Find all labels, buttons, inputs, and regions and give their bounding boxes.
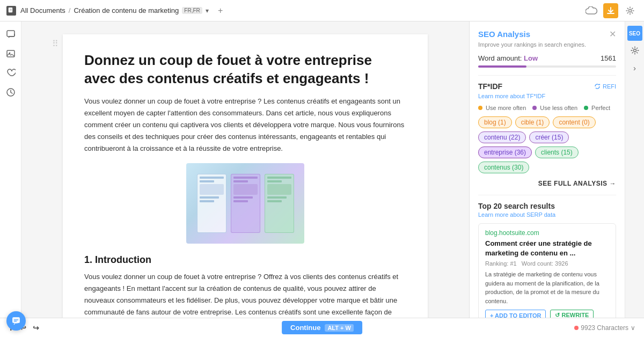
right-sidebar: SEO ›: [625, 21, 644, 318]
continue-button[interactable]: Continue ALT + W: [282, 321, 362, 334]
char-dot: [574, 326, 579, 330]
add-tab-button[interactable]: +: [215, 5, 226, 16]
document-content: ⠿ Donnez un coup de fouet à votre entrep…: [63, 34, 428, 318]
seo-header: SEO Analysis ✕: [478, 29, 616, 39]
char-count: 9923 Characters ∨: [574, 324, 635, 332]
serp-meta-1: Ranking: #1 Word count: 3926: [485, 260, 609, 267]
redo-button[interactable]: ↪: [33, 324, 39, 332]
wireframe-card-1: [197, 174, 226, 233]
top20-learn-link[interactable]: Learn more about SERP data: [478, 211, 616, 218]
tfidf-legend: Use more often Use less often Perfect: [478, 105, 616, 111]
legend-dot-purple: [532, 106, 537, 110]
legend-dot-orange: [478, 106, 482, 110]
breadcrumb: All Documents / Création de contenu de m…: [20, 6, 209, 14]
word-progress-fill: [478, 65, 526, 68]
sidebar-heart-icon[interactable]: [2, 64, 19, 82]
drag-handle-icon[interactable]: ⠿: [52, 39, 58, 49]
add-to-editor-button[interactable]: + ADD TO EDITOR: [485, 310, 546, 318]
serp-url-1: blog.hootsuite.com: [485, 229, 609, 237]
tfidf-learn-link[interactable]: Learn more about TF*IDF: [478, 93, 616, 99]
word-progress-bar: [478, 65, 616, 68]
svg-point-3: [629, 9, 632, 12]
serp-result-1: blog.hootsuite.com Comment créer une str…: [478, 223, 616, 318]
legend-dot-green: [584, 106, 588, 110]
refresh-button[interactable]: REFI: [594, 83, 616, 90]
see-full-arrow: →: [610, 180, 617, 187]
topbar-actions: [584, 3, 638, 18]
tag-entreprise[interactable]: entreprise (36): [478, 146, 532, 158]
chevron-down-icon[interactable]: ▾: [206, 7, 209, 14]
tag-contenu[interactable]: contenu (22): [478, 131, 526, 143]
tfidf-tags: blog (1) cible (1) content (0) contenu (…: [478, 116, 616, 173]
see-full-label: SEE FULL ANALYSIS: [538, 180, 608, 187]
document-body-intro[interactable]: Vous voulez donner un coup de fouet à vo…: [84, 96, 406, 155]
topbar: All Documents / Création de contenu de m…: [0, 0, 644, 21]
legend-use-more: Use more often: [478, 105, 526, 111]
refresh-label: REFI: [603, 83, 616, 90]
main-area: ⠿ Donnez un coup de fouet à votre entrep…: [0, 21, 644, 318]
seo-sidebar-button[interactable]: SEO: [627, 26, 642, 41]
serp-actions-1: + ADD TO EDITOR ↺ REWRITE: [485, 310, 609, 318]
breadcrumb-root[interactable]: All Documents: [20, 6, 65, 14]
download-button[interactable]: [603, 3, 618, 18]
tag-cible[interactable]: cible (1): [515, 116, 550, 128]
sidebar-image-icon[interactable]: [2, 45, 19, 62]
word-count-val: 1561: [601, 54, 616, 62]
svg-rect-5: [7, 50, 14, 57]
breadcrumb-sep: /: [69, 6, 71, 14]
sidebar-chat-icon[interactable]: [2, 26, 19, 43]
tag-clients[interactable]: clients (15): [535, 146, 579, 158]
tfidf-header: TF*IDF REFI: [478, 82, 616, 91]
chat-bubble-button[interactable]: [6, 311, 26, 331]
bottom-toolbar: T ↩ ↪ Continue ALT + W 9923 Characters ∨: [0, 318, 644, 337]
document-image: [186, 163, 304, 244]
continue-label: Continue: [290, 324, 320, 332]
tag-creer[interactable]: créer (15): [529, 131, 569, 143]
serp-title-1: Comment créer une stratégie de marketing…: [485, 239, 609, 258]
tfidf-title: TF*IDF: [478, 82, 502, 91]
svg-point-8: [633, 49, 636, 52]
wireframe-card-3: [265, 174, 294, 233]
settings-sidebar-button[interactable]: [627, 43, 642, 58]
sidebar-history-icon[interactable]: [2, 84, 19, 101]
legend-perfect: Perfect: [584, 105, 610, 111]
serp-snippet-1: La stratégie de marketing de contenu vou…: [485, 270, 609, 305]
tag-content[interactable]: content (0): [553, 116, 595, 128]
tag-contenus[interactable]: contenus (30): [478, 162, 529, 173]
tag-blog[interactable]: blog (1): [478, 116, 512, 128]
wireframe-card-2: [231, 174, 260, 233]
section-1-title[interactable]: 1. Introduction: [84, 254, 406, 266]
seo-close-button[interactable]: ✕: [609, 29, 616, 39]
top20-title: Top 20 search results: [478, 202, 616, 210]
rewrite-button[interactable]: ↺ REWRITE: [550, 310, 594, 318]
continue-shortcut: ALT + W: [325, 324, 353, 332]
legend-use-less: Use less often: [532, 105, 577, 111]
word-amount-row: Word amount: Low 1561: [478, 54, 616, 62]
tfidf-section: TF*IDF REFI Learn more about TF*IDF Use …: [478, 75, 616, 187]
expand-sidebar-button[interactable]: ›: [627, 60, 642, 75]
seo-panel: SEO Analysis ✕ Improve your rankings in …: [469, 21, 625, 318]
see-full-analysis-button[interactable]: SEE FULL ANALYSIS →: [478, 180, 616, 187]
seo-title: SEO Analysis: [478, 30, 530, 39]
section-1-body[interactable]: Vous voulez donner un coup de fouet à vo…: [84, 271, 406, 318]
svg-rect-4: [7, 31, 14, 36]
breadcrumb-current[interactable]: Création de contenu de marketing: [74, 6, 179, 14]
left-sidebar: [0, 21, 21, 318]
word-label: Word amount: Low: [478, 54, 538, 62]
cloud-save-icon[interactable]: [584, 3, 599, 18]
doc-icon: [6, 6, 16, 16]
char-chevron[interactable]: ∨: [631, 324, 635, 332]
document-title[interactable]: Donnez un coup de fouet à votre entrepri…: [84, 52, 406, 88]
top20-section: Top 20 search results Learn more about S…: [478, 195, 616, 318]
seo-subtitle: Improve your rankings in search engines.: [478, 41, 616, 48]
editor-area[interactable]: ⠿ Donnez un coup de fouet à votre entrep…: [21, 21, 469, 318]
tools-icon[interactable]: [623, 3, 638, 18]
lang-badge[interactable]: FR,FR: [182, 7, 202, 14]
char-count-value: 9923 Characters: [581, 324, 628, 332]
